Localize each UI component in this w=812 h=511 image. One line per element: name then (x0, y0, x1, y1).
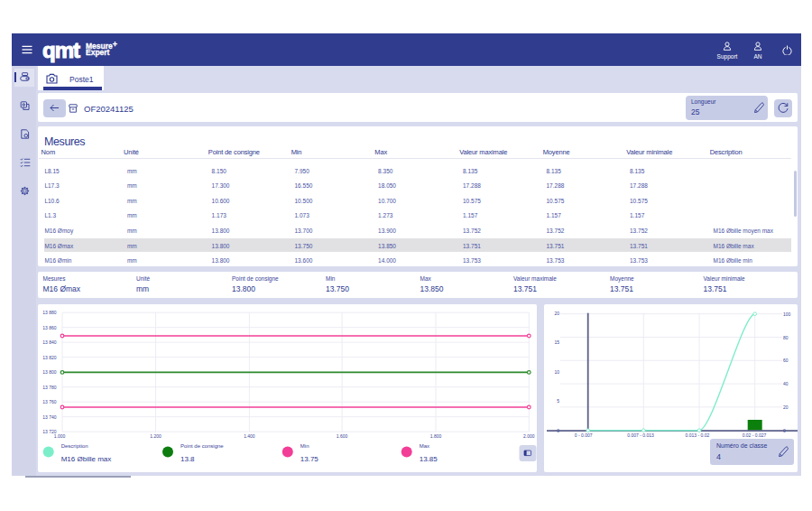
svg-text:0: 0 (557, 428, 559, 433)
svg-text:M16 Øbille max: M16 Øbille max (61, 455, 112, 463)
svg-text:1.600: 1.600 (337, 433, 348, 439)
svg-text:1.200: 1.200 (150, 433, 161, 439)
svg-text:13 800: 13 800 (42, 369, 57, 375)
svg-text:13 740: 13 740 (42, 414, 57, 420)
svg-text:15: 15 (554, 339, 559, 345)
svg-text:40: 40 (783, 381, 789, 386)
svg-text:20: 20 (783, 404, 789, 410)
svg-text:Point de consigne: Point de consigne (180, 443, 224, 449)
svg-text:100: 100 (783, 311, 791, 317)
svg-text:1.800: 1.800 (430, 433, 442, 439)
svg-text:Description: Description (61, 443, 88, 449)
svg-text:0: 0 (783, 428, 786, 433)
svg-text:13.75: 13.75 (300, 455, 319, 463)
svg-text:2.000: 2.000 (523, 433, 535, 439)
svg-text:13 780: 13 780 (42, 385, 57, 390)
svg-text:13 860: 13 860 (42, 325, 57, 330)
svg-text:13.8: 13.8 (180, 455, 195, 463)
svg-text:0.02 - 0.027: 0.02 - 0.027 (743, 432, 767, 438)
svg-text:13 820: 13 820 (42, 355, 57, 360)
svg-text:13 880: 13 880 (42, 310, 57, 315)
svg-text:Min: Min (300, 443, 309, 449)
svg-text:0 - 0.007: 0 - 0.007 (575, 432, 593, 438)
svg-text:10: 10 (554, 369, 559, 375)
svg-text:0.013 - 0.02: 0.013 - 0.02 (686, 432, 710, 438)
svg-text:0.007 - 0.013: 0.007 - 0.013 (627, 432, 654, 438)
svg-text:1.400: 1.400 (244, 433, 255, 439)
svg-text:60: 60 (783, 358, 789, 363)
svg-text:5: 5 (557, 398, 559, 404)
svg-text:13 840: 13 840 (42, 339, 57, 345)
svg-text:80: 80 (783, 335, 789, 340)
svg-text:13.85: 13.85 (420, 455, 438, 463)
svg-text:20: 20 (554, 311, 559, 316)
svg-text:Max: Max (420, 443, 429, 449)
svg-text:1.000: 1.000 (54, 433, 66, 439)
svg-text:13 760: 13 760 (42, 399, 57, 404)
